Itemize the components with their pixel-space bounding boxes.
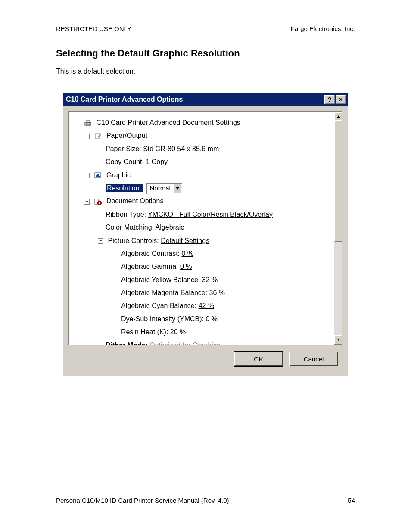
cancel-button[interactable]: Cancel xyxy=(289,352,338,366)
document-options-label: Document Options xyxy=(106,197,164,205)
cyan-label: Algebraic Cyan Balance: xyxy=(121,302,199,309)
section-title: Selecting the Default Graphic Resolution xyxy=(56,48,355,59)
resin-value[interactable]: 20 % xyxy=(170,328,186,336)
scroll-down-icon[interactable] xyxy=(334,335,342,345)
page-number: 54 xyxy=(348,497,355,504)
paper-output-icon xyxy=(94,133,102,140)
ok-button[interactable]: OK xyxy=(234,352,283,366)
settings-tree: C10 Card Printer Advanced Document Setti… xyxy=(68,111,342,345)
copy-count-value[interactable]: 1 Copy xyxy=(146,158,168,165)
ribbon-label: Ribbon Type: xyxy=(106,211,148,218)
tree-resolution[interactable]: Resolution: Normal xyxy=(73,182,338,195)
yellow-value[interactable]: 32 % xyxy=(202,276,218,283)
copy-count-label: Copy Count: xyxy=(106,158,146,165)
svg-marker-13 xyxy=(337,339,340,341)
collapse-icon[interactable]: − xyxy=(98,238,103,244)
dyesub-value[interactable]: 0 % xyxy=(206,315,218,323)
picture-controls-label: Picture Controls: xyxy=(108,237,161,244)
svg-rect-1 xyxy=(86,121,90,122)
tree-contrast[interactable]: Algebraic Contrast: 0 % xyxy=(73,247,338,260)
svg-marker-8 xyxy=(176,187,179,190)
magenta-value[interactable]: 36 % xyxy=(209,289,225,296)
svg-rect-7 xyxy=(99,176,100,177)
titlebar: C10 Card Printer Advanced Options ? × xyxy=(63,93,348,106)
svg-rect-6 xyxy=(97,174,99,177)
chevron-down-icon[interactable] xyxy=(173,184,181,193)
tree-magenta[interactable]: Algebraic Magenta Balance: 36 % xyxy=(73,286,338,299)
tree-yellow[interactable]: Algebraic Yellow Balance: 32 % xyxy=(73,274,338,286)
svg-marker-12 xyxy=(337,115,340,118)
tree-graphic[interactable]: − Graphic xyxy=(73,169,338,182)
tree-ribbon-type[interactable]: Ribbon Type: YMCKO - Full Color/Resin Bl… xyxy=(73,208,338,221)
svg-point-11 xyxy=(99,202,100,204)
svg-rect-5 xyxy=(96,175,97,177)
contrast-value[interactable]: 0 % xyxy=(182,250,194,257)
header-right: Fargo Electronics, Inc. xyxy=(291,25,355,32)
collapse-icon[interactable]: − xyxy=(84,199,90,205)
tree-resin[interactable]: Resin Heat (K): 20 % xyxy=(73,326,338,339)
tree-picture-controls[interactable]: − Picture Controls: Default Settings xyxy=(73,234,338,247)
paper-output-label: Paper/Output xyxy=(106,132,147,139)
vertical-scrollbar[interactable] xyxy=(333,112,342,345)
help-button[interactable]: ? xyxy=(324,95,335,104)
tree-paper-size[interactable]: Paper Size: Std CR-80 54 x 85.6 mm xyxy=(73,143,338,156)
dither-value: Optimized for Graphics xyxy=(149,342,220,345)
collapse-icon[interactable]: − xyxy=(84,173,90,178)
resin-label: Resin Heat (K): xyxy=(121,328,170,336)
tree-root[interactable]: C10 Card Printer Advanced Document Setti… xyxy=(73,116,338,129)
tree-dither-mode[interactable]: Dither Mode: Optimized for Graphics xyxy=(73,339,338,345)
resolution-dropdown[interactable]: Normal xyxy=(146,183,182,194)
tree-color-matching[interactable]: Color Matching: Algebraic xyxy=(73,221,338,234)
magenta-label: Algebraic Magenta Balance: xyxy=(121,289,209,296)
tree-dyesub[interactable]: Dye-Sub Intensity (YMCB): 0 % xyxy=(73,313,338,326)
dither-label: Dither Mode: xyxy=(106,342,149,345)
dialog-title: C10 Card Printer Advanced Options xyxy=(66,96,183,103)
graphic-label: Graphic xyxy=(106,171,131,179)
ribbon-value[interactable]: YMCKO - Full Color/Resin Black/Overlay xyxy=(148,211,273,218)
paper-size-label: Paper Size: xyxy=(106,145,143,152)
tree-cyan[interactable]: Algebraic Cyan Balance: 42 % xyxy=(73,299,338,312)
picture-controls-value[interactable]: Default Settings xyxy=(161,237,209,244)
gamma-label: Algebraic Gamma: xyxy=(121,263,180,270)
resolution-label: Resolution: xyxy=(106,184,143,192)
resolution-value: Normal xyxy=(147,182,173,195)
dyesub-label: Dye-Sub Intensity (YMCB): xyxy=(121,315,206,323)
tree-paper-output[interactable]: − Paper/Output xyxy=(73,129,338,142)
body-text: This is a default selection. xyxy=(56,68,355,75)
header-left: RESTRICTED USE ONLY xyxy=(56,25,131,32)
collapse-icon[interactable]: − xyxy=(84,134,90,139)
scrollbar-thumb[interactable] xyxy=(334,120,342,242)
paper-size-value[interactable]: Std CR-80 54 x 85.6 mm xyxy=(143,145,219,152)
advanced-options-dialog: C10 Card Printer Advanced Options ? × C1… xyxy=(63,93,348,376)
tree-copy-count[interactable]: Copy Count: 1 Copy xyxy=(73,156,338,168)
color-match-label: Color Matching: xyxy=(106,224,156,231)
yellow-label: Algebraic Yellow Balance: xyxy=(121,276,202,283)
gamma-value[interactable]: 0 % xyxy=(180,263,192,270)
printer-icon xyxy=(84,120,92,127)
tree-document-options[interactable]: − Document Options xyxy=(73,195,338,208)
tree-root-label: C10 Card Printer Advanced Document Setti… xyxy=(96,119,240,126)
contrast-label: Algebraic Contrast: xyxy=(121,250,182,257)
tree-gamma[interactable]: Algebraic Gamma: 0 % xyxy=(73,260,338,273)
graphic-icon xyxy=(94,172,102,179)
svg-rect-2 xyxy=(86,124,90,126)
cyan-value[interactable]: 42 % xyxy=(199,302,214,309)
footer-left: Persona C10/M10 ID Card Printer Service … xyxy=(56,497,229,504)
color-match-value[interactable]: Algebraic xyxy=(156,224,184,231)
dialog-body: C10 Card Printer Advanced Document Setti… xyxy=(63,106,348,376)
close-button[interactable]: × xyxy=(336,95,346,104)
document-options-icon xyxy=(94,198,102,205)
